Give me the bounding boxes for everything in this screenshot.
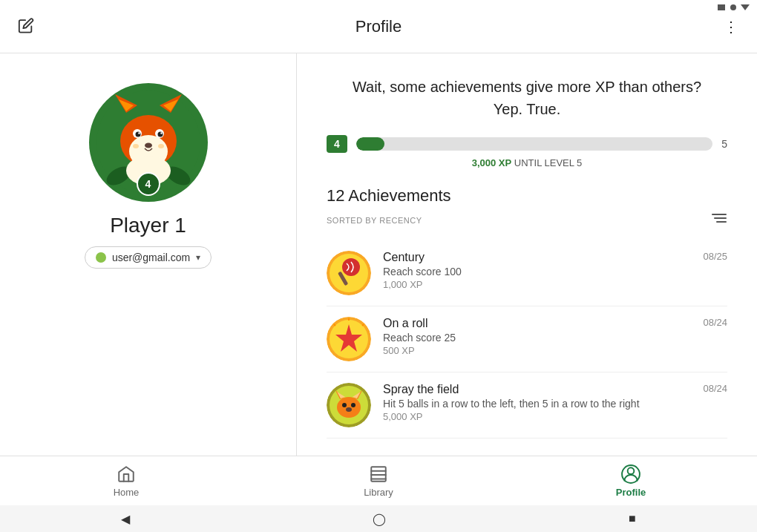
xp-until-text: 3,000 XP UNTIL LEVEL 5: [327, 157, 727, 168]
recent-button[interactable]: ■: [629, 512, 636, 525]
left-panel: 4 Player 1 user@gmail.com ▾: [0, 53, 297, 456]
achievement-xp: 1,000 XP: [383, 279, 691, 290]
home-button[interactable]: ◯: [373, 512, 386, 526]
main-layout: 4 Player 1 user@gmail.com ▾ Wait, some a…: [0, 53, 757, 456]
progress-bar-bg: [356, 137, 712, 151]
svg-point-27: [342, 258, 360, 276]
achievement-xp: 5,000 XP: [383, 411, 691, 422]
library-icon: [369, 464, 388, 484]
sort-label: SORTED BY RECENCY: [327, 216, 422, 225]
achievement-item: Century Reach score 100 1,000 XP 08/25: [327, 240, 727, 306]
achievement-icon-spray-the-field: [327, 383, 371, 427]
svg-point-43: [351, 403, 355, 407]
player-name: Player 1: [110, 214, 186, 237]
svg-point-18: [145, 143, 152, 148]
achievement-name: On a roll: [383, 317, 691, 330]
achievement-desc: Reach score 25: [383, 332, 691, 344]
svg-line-33: [362, 324, 364, 326]
email-status-dot: [96, 252, 106, 263]
more-button[interactable]: ⋮: [718, 12, 745, 42]
android-nav-bar: ◀ ◯ ■: [0, 505, 757, 532]
level-current: 4: [327, 135, 347, 153]
nav-library-label: Library: [364, 487, 393, 498]
avatar-container: 4: [89, 83, 208, 202]
achievement-desc: Hit 5 balls in a row to the left, then 5…: [383, 398, 691, 410]
bottom-nav: Home Library Profile: [0, 456, 757, 505]
achievement-name: Century: [383, 251, 691, 264]
page-title: Profile: [355, 17, 402, 36]
level-next: 5: [721, 138, 727, 150]
progress-bar-container: 4 5: [327, 135, 727, 153]
email-text: user@gmail.com: [112, 252, 190, 263]
achievement-info-spray-the-field: Spray the field Hit 5 balls in a row to …: [383, 383, 691, 422]
achievements-title: 12 Achievements: [327, 186, 727, 206]
achievement-date: 08/24: [703, 317, 727, 328]
achievement-date: 08/25: [703, 251, 727, 262]
sort-icon[interactable]: [711, 211, 727, 229]
nav-home-label: Home: [114, 487, 140, 498]
svg-line-34: [334, 324, 335, 326]
right-panel: Wait, some achievements give more XP tha…: [297, 53, 757, 456]
svg-point-42: [342, 403, 347, 407]
svg-point-21: [158, 144, 164, 148]
svg-point-20: [133, 144, 139, 148]
achievement-date: 08/24: [703, 383, 727, 394]
xp-message: Wait, some achievements give more XP tha…: [327, 76, 727, 120]
nav-profile-label: Profile: [616, 487, 646, 498]
achievement-desc: Reach score 100: [383, 266, 691, 278]
chevron-down-icon: ▾: [196, 252, 200, 263]
nav-profile[interactable]: Profile: [601, 464, 661, 498]
top-bar: Profile ⋮: [0, 0, 757, 53]
svg-point-17: [160, 132, 162, 134]
sort-row: SORTED BY RECENCY: [327, 211, 727, 229]
achievement-item: Spray the field Hit 5 balls in a row to …: [327, 372, 727, 439]
home-icon: [117, 464, 136, 484]
svg-point-44: [346, 407, 352, 412]
nav-home[interactable]: Home: [96, 464, 156, 498]
achievement-xp: 500 XP: [383, 345, 691, 356]
edit-button[interactable]: [12, 11, 40, 42]
achievement-name: Spray the field: [383, 383, 691, 396]
svg-point-49: [628, 467, 635, 474]
achievement-item: On a roll Reach score 25 500 XP 08/24: [327, 306, 727, 372]
achievement-icon-century: [327, 251, 371, 295]
achievement-info-on-a-roll: On a roll Reach score 25 500 XP: [383, 317, 691, 356]
level-badge: 4: [137, 172, 160, 196]
profile-icon: [621, 464, 640, 484]
achievement-icon-on-a-roll: [327, 317, 371, 361]
achievement-info-century: Century Reach score 100 1,000 XP: [383, 251, 691, 290]
nav-library[interactable]: Library: [349, 464, 408, 498]
back-button[interactable]: ◀: [121, 512, 130, 526]
email-selector[interactable]: user@gmail.com ▾: [85, 246, 212, 269]
progress-bar-fill: [356, 137, 384, 151]
svg-point-15: [157, 132, 163, 137]
svg-point-14: [135, 132, 140, 137]
svg-point-16: [138, 132, 140, 134]
